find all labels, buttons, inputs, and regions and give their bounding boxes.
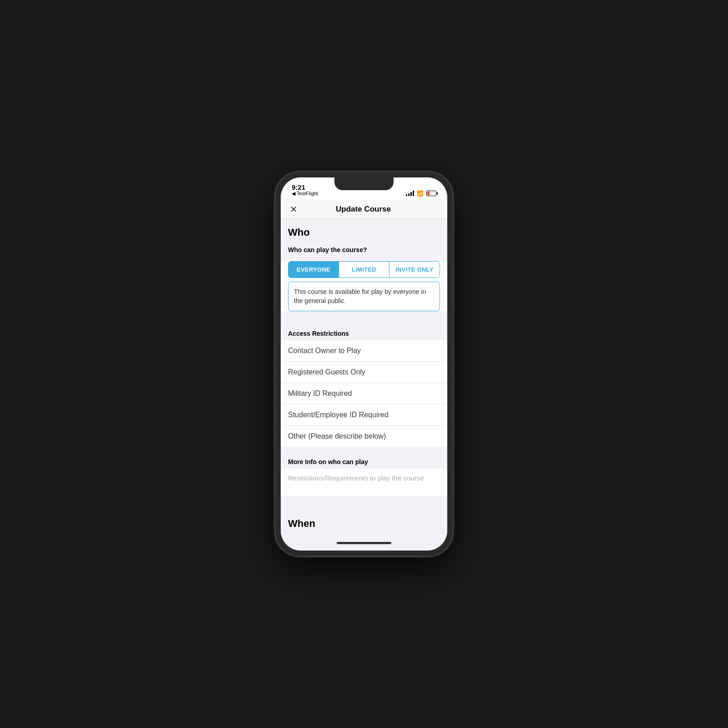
more-info-card: Restrictions/Requirements to play the co…: [281, 469, 447, 496]
access-list: Contact Owner to Play Registered Guests …: [281, 340, 447, 447]
status-left: 9:21 ◀ TestFlight: [292, 184, 318, 197]
list-item[interactable]: Student/Employee ID Required: [281, 404, 447, 426]
nav-bar: ✕ Update Course: [281, 199, 447, 219]
phone-screen: 9:21 ◀ TestFlight 📶 ✕ Update Course: [281, 177, 447, 551]
battery-fill: [427, 192, 430, 195]
more-info-label-row: More Info on who can play: [281, 454, 447, 469]
who-tab-group: EVERYONE LIMITED INVITE ONLY: [288, 261, 440, 278]
who-tab-card: EVERYONE LIMITED INVITE ONLY This course…: [281, 261, 447, 311]
restrictions-placeholder: Restrictions/Requirements to play the co…: [288, 474, 424, 482]
when-section-header: When: [281, 511, 447, 533]
signal-icon: [406, 191, 414, 196]
access-label: Access Restrictions: [288, 330, 349, 337]
list-item[interactable]: Contact Owner to Play: [281, 340, 447, 362]
battery-icon: [426, 191, 436, 196]
scroll-content[interactable]: Who Who can play the course? EVERYONE LI…: [281, 219, 447, 535]
restrictions-textarea[interactable]: Restrictions/Requirements to play the co…: [281, 469, 447, 496]
spacer-2: [281, 447, 447, 454]
who-question-label: Who can play the course?: [288, 246, 367, 253]
tab-invite-only[interactable]: INVITE ONLY: [389, 262, 440, 278]
phone-frame: 9:21 ◀ TestFlight 📶 ✕ Update Course: [275, 172, 453, 556]
status-right: 📶: [406, 190, 436, 197]
access-label-row: Access Restrictions: [281, 326, 447, 340]
who-description: This course is available for play by eve…: [288, 282, 440, 311]
list-item[interactable]: Military ID Required: [281, 383, 447, 404]
home-bar: [337, 542, 391, 544]
home-indicator: [281, 535, 447, 551]
when-title: When: [288, 518, 315, 529]
tab-limited[interactable]: LIMITED: [339, 262, 389, 278]
more-info-label: More Info on who can play: [288, 458, 368, 465]
status-carrier: ◀ TestFlight: [292, 191, 318, 197]
spacer-1: [281, 318, 447, 326]
tab-everyone[interactable]: EVERYONE: [288, 262, 339, 278]
page-title: Update Course: [299, 205, 427, 214]
list-item[interactable]: Other (Please describe below): [281, 426, 447, 447]
close-button[interactable]: ✕: [288, 202, 299, 217]
spacer-3: [281, 496, 447, 503]
who-title: Who: [288, 227, 310, 238]
who-question-row: Who can play the course?: [281, 242, 447, 257]
who-section-header: Who: [281, 219, 447, 242]
notch: [334, 177, 394, 190]
status-time: 9:21: [292, 184, 305, 191]
spacer-4: [281, 503, 447, 511]
list-item[interactable]: Registered Guests Only: [281, 362, 447, 383]
wifi-icon: 📶: [417, 190, 424, 197]
